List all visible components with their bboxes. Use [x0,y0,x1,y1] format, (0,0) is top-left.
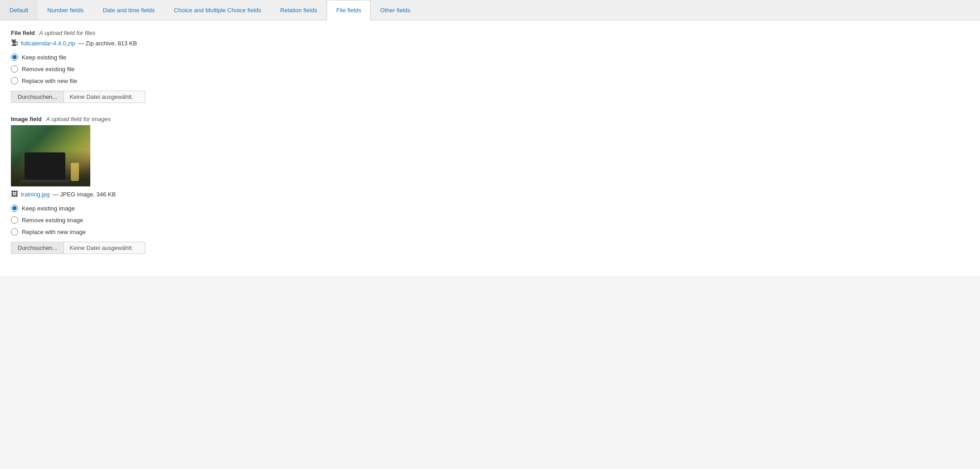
tab-datetime[interactable]: Date and time fields [93,0,164,20]
image-field-title: Image field [11,116,42,122]
glass-shape [71,163,79,181]
tab-choice[interactable]: Choice and Multiple Choice fields [164,0,270,20]
zip-icon: 🗜 [11,39,18,47]
file-name-display: Keine Datei ausgewählt. [64,91,145,103]
image-field-section: Image field A upload field for images 🖼 … [11,116,969,254]
replace-image-option[interactable]: Replace with new image [11,228,969,235]
file-field-description: A upload field for files [39,29,95,36]
replace-image-radio[interactable] [11,228,18,235]
keep-image-option[interactable]: Keep existing image [11,205,969,212]
image-field-description: A upload field for images [46,116,111,122]
keep-file-radio[interactable] [11,54,18,61]
file-meta: — Zip archive, 813 KB [78,40,137,47]
remove-image-option[interactable]: Remove existing image [11,216,969,224]
file-field-title: File field [11,29,35,36]
image-meta: — JPEG image, 346 KB [53,191,116,198]
remove-file-label: Remove existing file [22,66,74,73]
tab-other[interactable]: Other fields [371,0,420,20]
file-info: 🗜 fullcalendar-4.4.0.zip — Zip archive, … [11,39,969,47]
file-link[interactable]: fullcalendar-4.4.0.zip [21,40,75,47]
remove-image-radio[interactable] [11,216,18,224]
image-field-label: Image field A upload field for images [11,116,969,122]
replace-file-option[interactable]: Replace with new file [11,77,969,84]
image-name-display: Keine Datei ausgewählt. [64,242,145,254]
image-icon: 🖼 [11,190,18,198]
tabs-container: Default Number fields Date and time fiel… [0,0,980,20]
image-link[interactable]: training.jpg [21,191,50,198]
image-input-row: Durchsuchen... Keine Datei ausgewählt. [11,242,969,254]
tab-file[interactable]: File fields [327,0,371,20]
image-browse-button[interactable]: Durchsuchen... [11,242,64,254]
file-radio-group: Keep existing file Remove existing file … [11,54,969,84]
keep-file-label: Keep existing file [22,54,66,61]
tab-relation[interactable]: Relation fields [271,0,327,20]
replace-file-label: Replace with new file [22,78,77,84]
laptop-shape [24,152,65,180]
tab-bar: Default Number fields Date and time fiel… [0,0,980,20]
keep-image-label: Keep existing image [22,205,75,212]
content-area: File field A upload field for files 🗜 fu… [0,20,980,276]
remove-image-label: Remove existing image [22,217,83,224]
image-radio-group: Keep existing image Remove existing imag… [11,205,969,235]
tab-default[interactable]: Default [0,0,38,20]
image-info: 🖼 training.jpg — JPEG image, 346 KB [11,190,969,198]
file-field-section: File field A upload field for files 🗜 fu… [11,29,969,103]
keep-image-radio[interactable] [11,205,18,212]
replace-file-radio[interactable] [11,77,18,84]
remove-file-option[interactable]: Remove existing file [11,65,969,73]
file-field-label: File field A upload field for files [11,29,969,36]
remove-file-radio[interactable] [11,65,18,73]
image-preview [11,125,90,186]
tab-number[interactable]: Number fields [38,0,93,20]
replace-image-label: Replace with new image [22,229,86,235]
keep-file-option[interactable]: Keep existing file [11,54,969,61]
file-input-row: Durchsuchen... Keine Datei ausgewählt. [11,91,969,103]
file-browse-button[interactable]: Durchsuchen... [11,91,64,103]
